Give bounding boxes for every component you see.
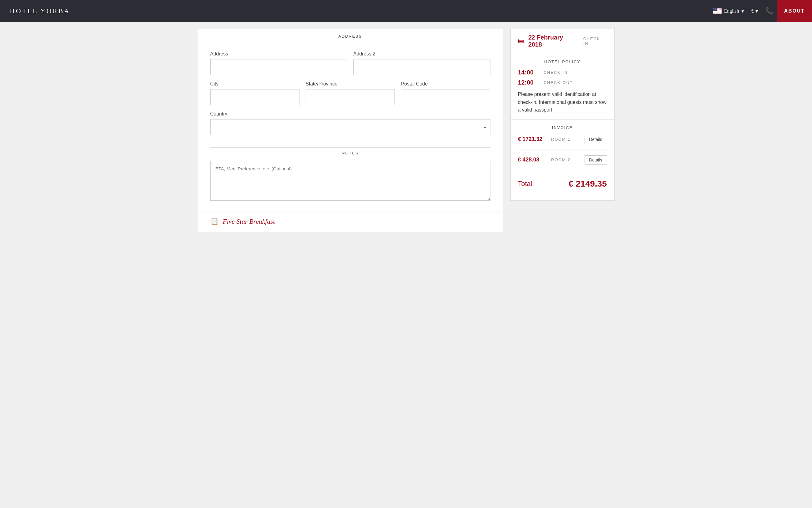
breakfast-bar: 📋Five Star Breakfast	[198, 211, 503, 232]
svg-rect-6	[713, 13, 722, 14]
left-panel: ADDRESS Address Address 2 City	[198, 28, 503, 211]
bed-icon: 🛏	[518, 38, 524, 45]
hotel-logo: HOTEL YORBA	[10, 7, 70, 15]
total-row: Total: € 2149.35	[518, 176, 607, 189]
header: HOTEL YORBA ★ ★ ★ ★ ★ ★ ★ ★ ★ ★ ★ ★ ★ ★ …	[0, 0, 812, 22]
svg-text:★ ★ ★ ★ ★: ★ ★ ★ ★ ★	[714, 10, 719, 12]
invoice-section: INVOICE € 1721.32 ROOM 1 Details € 428.0…	[511, 120, 614, 194]
state-input[interactable]	[306, 89, 395, 105]
total-amount: € 2149.35	[569, 179, 607, 189]
checkout-time-label: CHECK-OUT	[544, 80, 573, 85]
checkin-bar: 🛏 22 February 2018 CHECK-IN	[511, 29, 614, 54]
room2-amount: € 428.03	[518, 157, 549, 163]
state-label: State/Province	[306, 81, 395, 87]
state-group: State/Province	[306, 81, 395, 105]
main-layout: ADDRESS Address Address 2 City	[192, 22, 621, 238]
address-form: Address Address 2 City State/Province	[198, 48, 503, 144]
room1-details-button[interactable]: Details	[584, 135, 607, 144]
address2-group: Address 2	[354, 51, 490, 75]
room1-amount: € 1721.32	[518, 136, 549, 142]
country-label: Country	[210, 111, 490, 117]
currency-symbol: €	[751, 8, 754, 14]
address2-input[interactable]	[354, 59, 490, 75]
address-label: Address	[210, 51, 347, 57]
notes-section: NOTES	[198, 144, 503, 211]
room1-label: ROOM 1	[551, 137, 581, 141]
language-chevron-icon: ▾	[741, 8, 744, 14]
notes-section-title: NOTES	[210, 147, 490, 161]
room2-invoice-row: € 428.03 ROOM 2 Details	[518, 155, 607, 170]
language-selector[interactable]: ★ ★ ★ ★ ★ ★ ★ ★ ★ ★ ★ ★ ★ ★ ★ ★ ★ ★ ★ ★ …	[713, 8, 744, 14]
language-label: English	[724, 8, 739, 14]
us-flag-icon: ★ ★ ★ ★ ★ ★ ★ ★ ★ ★ ★ ★ ★ ★ ★ ★ ★ ★ ★ ★ …	[713, 8, 722, 14]
country-select-wrapper: United States United Kingdom Germany Fra…	[210, 119, 490, 135]
room2-details-button[interactable]: Details	[584, 155, 607, 165]
phone-icon[interactable]: 📞	[765, 7, 774, 15]
city-state-postal-row: City State/Province Postal Code	[210, 81, 490, 105]
postal-group: Postal Code	[401, 81, 490, 105]
city-input[interactable]	[210, 89, 299, 105]
checkin-date: 22 February 2018	[528, 34, 577, 48]
checkin-time-label: CHECK-IN	[544, 70, 568, 75]
address2-label: Address 2	[354, 51, 490, 57]
policy-text: Please present valid identification at c…	[518, 90, 607, 114]
about-button[interactable]: ABOUT	[777, 0, 812, 22]
room2-label: ROOM 2	[551, 158, 581, 162]
invoice-title: INVOICE	[518, 125, 607, 130]
checkin-time-row: 14:00 CHECK-IN	[518, 69, 607, 76]
currency-chevron-icon: ▾	[755, 8, 758, 14]
hotel-policy-section: HOTEL POLICY 14:00 CHECK-IN 12:00 CHECK-…	[511, 54, 614, 120]
country-select[interactable]: United States United Kingdom Germany Fra…	[210, 119, 490, 135]
address-row: Address Address 2	[210, 51, 490, 75]
checkin-time: 14:00	[518, 69, 539, 76]
country-group: Country United States United Kingdom Ger…	[210, 111, 490, 135]
postal-label: Postal Code	[401, 81, 490, 87]
breakfast-label: Five Star Breakfast	[223, 217, 275, 225]
right-panel: 🛏 22 February 2018 CHECK-IN HOTEL POLICY…	[511, 28, 615, 201]
currency-selector[interactable]: € ▾	[751, 8, 758, 14]
left-column: ADDRESS Address Address 2 City	[198, 28, 503, 232]
checkout-time-row: 12:00 CHECK-OUT	[518, 79, 607, 86]
breakfast-icon: 📋	[210, 217, 218, 225]
svg-rect-5	[713, 12, 722, 13]
checkout-time: 12:00	[518, 79, 539, 86]
address-group: Address	[210, 51, 347, 75]
room1-invoice-row: € 1721.32 ROOM 1 Details	[518, 135, 607, 150]
address-input[interactable]	[210, 59, 347, 75]
total-label: Total:	[518, 180, 534, 188]
city-label: City	[210, 81, 299, 87]
checkin-label: CHECK-IN	[583, 37, 607, 46]
city-group: City	[210, 81, 299, 105]
address-section-title: ADDRESS	[198, 29, 503, 42]
hotel-policy-title: HOTEL POLICY	[518, 59, 607, 64]
notes-textarea[interactable]	[210, 161, 490, 201]
postal-input[interactable]	[401, 89, 490, 105]
